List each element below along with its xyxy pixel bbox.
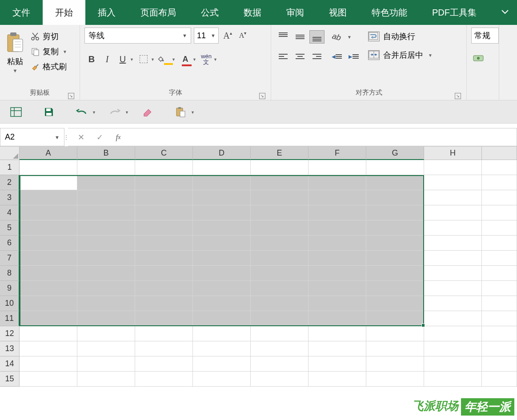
row-header-13[interactable]: 13 xyxy=(0,341,20,356)
cell[interactable] xyxy=(20,281,77,296)
col-header-B[interactable]: B xyxy=(77,147,135,160)
bold-button[interactable]: B xyxy=(84,52,99,67)
chevron-down-icon[interactable]: ▼ xyxy=(125,110,129,115)
cell[interactable] xyxy=(193,236,251,251)
cell[interactable] xyxy=(482,326,517,341)
col-header-F[interactable]: F xyxy=(309,147,366,160)
phonetic-guide-button[interactable]: wén文▼ xyxy=(199,52,213,67)
cell[interactable] xyxy=(424,356,482,372)
cell[interactable] xyxy=(366,160,424,175)
cell[interactable] xyxy=(366,205,424,220)
cell[interactable] xyxy=(135,236,193,251)
cell[interactable] xyxy=(482,251,517,266)
orientation-dropdown[interactable]: ▼ xyxy=(346,30,353,44)
row-header-1[interactable]: 1 xyxy=(0,160,20,175)
paste-label[interactable]: 粘贴 xyxy=(7,56,23,67)
tab-view[interactable]: 视图 xyxy=(317,0,359,25)
cell[interactable] xyxy=(309,326,366,341)
row-header-14[interactable]: 14 xyxy=(0,356,20,372)
cell[interactable] xyxy=(482,296,517,311)
cell[interactable] xyxy=(20,372,77,387)
font-name-selector[interactable]: 等线 ▼ xyxy=(84,28,191,44)
cell[interactable] xyxy=(20,175,77,190)
cell[interactable] xyxy=(251,205,309,220)
cell[interactable] xyxy=(366,341,424,356)
cell[interactable] xyxy=(251,326,309,341)
merge-dropdown-icon[interactable]: ▼ xyxy=(428,53,433,58)
cell[interactable] xyxy=(309,296,366,311)
cell[interactable] xyxy=(366,266,424,281)
cell[interactable] xyxy=(366,296,424,311)
paste-dropdown-icon[interactable]: ▼ xyxy=(13,68,18,73)
tab-insert[interactable]: 插入 xyxy=(85,0,128,25)
chevron-down-icon[interactable]: ▼ xyxy=(191,110,195,115)
cell[interactable] xyxy=(366,326,424,341)
cell[interactable] xyxy=(309,372,366,387)
cell[interactable] xyxy=(193,205,251,220)
cell[interactable] xyxy=(135,341,193,356)
qat-redo-button[interactable]: ▼ xyxy=(107,105,123,119)
cell[interactable] xyxy=(193,296,251,311)
cell[interactable] xyxy=(193,266,251,281)
cell[interactable] xyxy=(20,296,77,311)
row-header-9[interactable]: 9 xyxy=(0,281,20,296)
row-header-6[interactable]: 6 xyxy=(0,236,20,251)
tab-file[interactable]: 文件 xyxy=(0,0,43,25)
border-button[interactable]: ▼ xyxy=(136,52,151,67)
confirm-formula-button[interactable]: ✓ xyxy=(92,131,107,144)
cell[interactable] xyxy=(135,296,193,311)
cell[interactable] xyxy=(77,160,135,175)
number-format-selector[interactable]: 常规 xyxy=(471,28,499,44)
cell[interactable] xyxy=(366,311,424,326)
row-header-10[interactable]: 10 xyxy=(0,296,20,311)
cell[interactable] xyxy=(135,326,193,341)
row-header-8[interactable]: 8 xyxy=(0,266,20,281)
copy-button[interactable]: 复制 ▼ xyxy=(28,45,69,58)
cell[interactable] xyxy=(309,236,366,251)
cell[interactable] xyxy=(20,341,77,356)
cell[interactable] xyxy=(251,296,309,311)
cell[interactable] xyxy=(77,296,135,311)
cell[interactable] xyxy=(135,281,193,296)
cell[interactable] xyxy=(135,356,193,372)
fill-color-button[interactable]: ▼ xyxy=(157,52,172,67)
cell[interactable] xyxy=(309,311,366,326)
cell[interactable] xyxy=(424,281,482,296)
tab-review[interactable]: 审阅 xyxy=(274,0,317,25)
cell[interactable] xyxy=(77,281,135,296)
cell[interactable] xyxy=(135,190,193,205)
cell[interactable] xyxy=(77,175,135,190)
cell[interactable] xyxy=(193,220,251,236)
cell[interactable] xyxy=(424,236,482,251)
cell[interactable] xyxy=(135,266,193,281)
cell[interactable] xyxy=(251,220,309,236)
chevron-down-icon[interactable]: ▼ xyxy=(92,110,96,115)
cell[interactable] xyxy=(77,341,135,356)
cell[interactable] xyxy=(20,266,77,281)
chevron-down-icon[interactable]: ▼ xyxy=(172,57,176,62)
cell[interactable] xyxy=(251,160,309,175)
cell[interactable] xyxy=(20,160,77,175)
cell[interactable] xyxy=(193,372,251,387)
align-center-button[interactable] xyxy=(293,50,308,63)
cell[interactable] xyxy=(424,205,482,220)
cell[interactable] xyxy=(424,190,482,205)
col-header-E[interactable]: E xyxy=(251,147,309,160)
cell[interactable] xyxy=(77,190,135,205)
col-header-A[interactable]: A xyxy=(20,147,77,160)
col-header-H[interactable]: H xyxy=(424,147,482,160)
increase-indent-button[interactable]: ▶ xyxy=(346,50,361,63)
alignment-launcher-icon[interactable]: ↘ xyxy=(455,93,461,99)
ribbon-collapse-icon[interactable] xyxy=(493,0,517,25)
cell[interactable] xyxy=(251,175,309,190)
cell[interactable] xyxy=(135,175,193,190)
cell[interactable] xyxy=(482,356,517,372)
orientation-button[interactable]: ab xyxy=(329,30,344,44)
cell[interactable] xyxy=(366,251,424,266)
cell[interactable] xyxy=(251,281,309,296)
row-header-3[interactable]: 3 xyxy=(0,190,20,205)
cell[interactable] xyxy=(482,190,517,205)
col-header-C[interactable]: C xyxy=(135,147,193,160)
cell[interactable] xyxy=(77,326,135,341)
cell[interactable] xyxy=(77,251,135,266)
